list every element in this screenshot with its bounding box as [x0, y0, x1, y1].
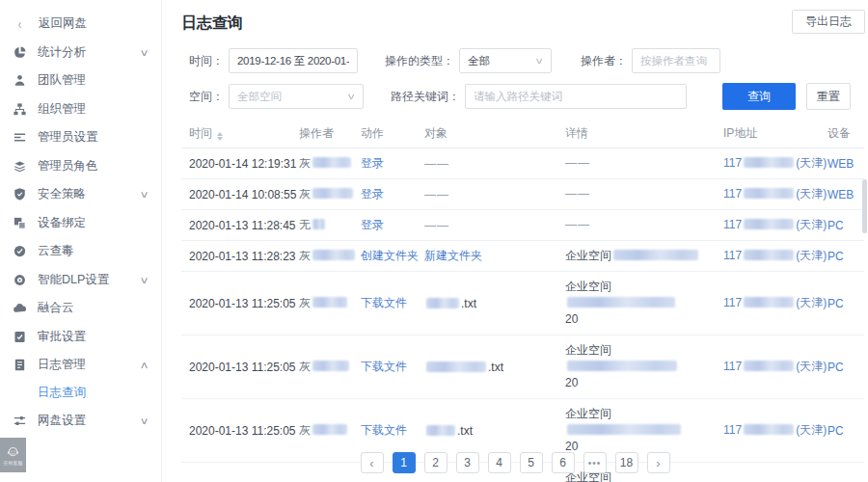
column-header-label: 设备 [827, 126, 851, 140]
sidebar-item-9[interactable]: 智能DLP设置∨ [0, 266, 161, 295]
cell-time: 2020-01-13 11:25:05 [189, 297, 299, 310]
space-select[interactable]: 全部空间 ∨ [229, 84, 364, 109]
sidebar-item-10[interactable]: 融合云 [0, 294, 161, 323]
operator-prefix: 灰 [299, 156, 311, 170]
cell-ip: 117(天津) [723, 422, 827, 439]
sidebar-item-11[interactable]: 审批设置 [0, 323, 161, 352]
redacted-text [567, 361, 677, 371]
action-link[interactable]: 创建文件夹 [361, 249, 419, 262]
column-header-label: 操作者 [299, 126, 334, 140]
ip-prefix: 117 [723, 249, 742, 262]
operator-prefix: 灰 [299, 360, 311, 373]
page-prev-button[interactable]: ‹ [361, 452, 384, 473]
page-button-18[interactable]: 18 [615, 452, 638, 473]
sidebar-item-13[interactable]: 网盘设置∨ [0, 407, 161, 436]
cell-object: .txt [424, 424, 565, 438]
search-button[interactable]: 查询 [722, 83, 796, 110]
redacted-text [744, 424, 794, 435]
sidebar-item-label: 设备绑定 [38, 215, 86, 231]
ip-location: (天津) [796, 296, 827, 309]
path-keyword-input[interactable] [465, 84, 687, 109]
cell-detail: 企业空间20 [565, 342, 723, 391]
cell-action: 下载文件 [361, 295, 424, 311]
sidebar-item-7[interactable]: 设备绑定 [0, 209, 161, 238]
cell-operator: 无 [299, 217, 361, 233]
redacted-text [744, 361, 794, 371]
action-link[interactable]: 登录 [361, 187, 384, 201]
sidebar: ‹ 返回网盘 统计分析∨团队管理组织管理管理员设置管理员角色安全策略∨设备绑定云… [0, 0, 162, 482]
sidebar-item-back[interactable]: ‹ 返回网盘 [0, 10, 161, 39]
virus-scan-icon [13, 244, 27, 258]
detail-prefix: 企业空间 [565, 280, 611, 293]
page-button-5[interactable]: 5 [520, 452, 543, 473]
page-button-3[interactable]: 3 [456, 452, 479, 473]
sidebar-item-12[interactable]: 日志管理∧ [0, 351, 161, 380]
table-header-row: 时间操作者动作对象详情IP地址设备 [181, 120, 864, 148]
column-header-label: 详情 [565, 126, 588, 140]
team-icon [13, 73, 27, 88]
app-window: ‹ 返回网盘 统计分析∨团队管理组织管理管理员设置管理员角色安全策略∨设备绑定云… [0, 0, 868, 482]
sort-icon[interactable] [217, 132, 223, 141]
sidebar-item-8[interactable]: 云查毒 [0, 237, 161, 266]
page-button-4[interactable]: 4 [488, 452, 511, 473]
page-ellipsis[interactable]: ••• [583, 452, 607, 473]
cell-device: PC [827, 219, 864, 232]
ip-prefix: 117 [723, 423, 742, 437]
chevron-down-icon: ∨ [347, 92, 357, 101]
file-extension: .txt [488, 361, 503, 374]
reset-button[interactable]: 重置 [806, 83, 851, 110]
chevron-down-icon: ∨ [139, 47, 149, 58]
operator-input[interactable] [632, 48, 720, 73]
approval-icon [13, 330, 27, 344]
action-link[interactable]: 登录 [361, 156, 384, 170]
filter-row-2: 空间： 全部空间 ∨ 路径关键词： 查询 重置 [181, 83, 868, 110]
sidebar-subitem-日志查询[interactable]: 日志查询 [0, 380, 161, 407]
export-logs-button[interactable]: 导出日志 [792, 10, 865, 34]
cell-device: PC [827, 361, 864, 374]
cell-detail: 企业空间 [565, 248, 723, 264]
action-link[interactable]: 下载文件 [361, 360, 407, 373]
column-header-6: IP地址 [723, 125, 827, 142]
sidebar-item-label: 组织管理 [38, 101, 86, 118]
cell-action: 下载文件 [361, 422, 424, 439]
sidebar-item-2[interactable]: 团队管理 [0, 67, 161, 95]
page-button-1[interactable]: 1 [393, 452, 416, 473]
date-range-input[interactable] [229, 48, 358, 73]
cell-action: 登录 [361, 186, 424, 202]
scrollbar-thumb[interactable] [862, 179, 867, 233]
cell-operator: 灰 [299, 295, 361, 311]
column-header-3: 动作 [361, 125, 424, 142]
support-widget[interactable]: 在线客服 [0, 438, 26, 472]
column-header-2: 操作者 [299, 125, 361, 142]
page-button-2[interactable]: 2 [424, 452, 448, 473]
cell-detail: 企业空间20 [565, 279, 723, 328]
ip-location: (天津) [796, 187, 827, 201]
page-next-button[interactable]: › [647, 452, 670, 473]
action-link[interactable]: 下载文件 [361, 423, 407, 437]
redacted-text [312, 424, 347, 435]
cell-ip: 117(天津) [723, 186, 827, 202]
sidebar-item-label: 团队管理 [38, 72, 86, 89]
operator-prefix: 灰 [299, 423, 311, 437]
action-link[interactable]: 下载文件 [361, 296, 407, 309]
cell-ip: 117(天津) [723, 248, 827, 264]
cell-action: 登录 [361, 217, 424, 233]
ip-location: (天津) [796, 218, 827, 231]
sidebar-item-5[interactable]: 管理员角色 [0, 152, 161, 181]
cloud-icon [13, 301, 27, 315]
operator-prefix: 灰 [299, 249, 311, 262]
chevron-down-icon: ∨ [139, 415, 149, 426]
action-type-select[interactable]: 全部 ∨ [459, 48, 552, 73]
page-button-6[interactable]: 6 [552, 452, 575, 473]
sidebar-item-4[interactable]: 管理员设置 [0, 123, 161, 152]
column-header-1[interactable]: 时间 [189, 125, 299, 142]
sidebar-item-3[interactable]: 组织管理 [0, 95, 161, 124]
cell-object: —— [424, 188, 565, 201]
redacted-text [312, 188, 353, 199]
sidebar-item-6[interactable]: 安全策略∨ [0, 180, 161, 209]
device-icon [13, 216, 27, 230]
action-link[interactable]: 登录 [361, 218, 384, 231]
sidebar-item-label: 安全策略 [38, 186, 86, 202]
sidebar-item-1[interactable]: 统计分析∨ [0, 39, 161, 67]
object-link[interactable]: 新建文件夹 [424, 249, 482, 262]
